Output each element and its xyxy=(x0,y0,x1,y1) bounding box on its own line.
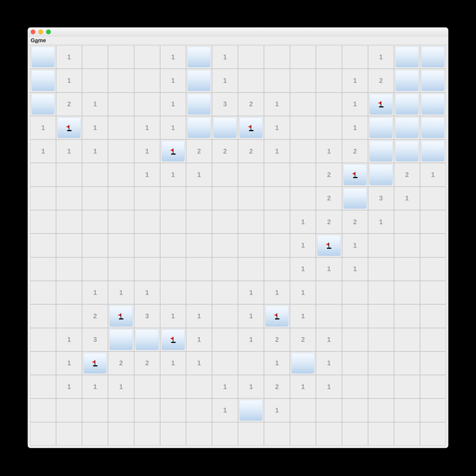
cell: 1 xyxy=(420,163,446,186)
cell[interactable] xyxy=(394,69,420,92)
cell xyxy=(238,69,264,92)
cell[interactable] xyxy=(368,163,394,186)
cell[interactable] xyxy=(394,139,420,163)
cell[interactable] xyxy=(316,234,342,257)
cell xyxy=(82,210,108,234)
cell[interactable] xyxy=(420,92,446,116)
cell-covered[interactable] xyxy=(187,70,211,91)
cell-flagged[interactable] xyxy=(265,306,289,326)
cell[interactable] xyxy=(30,92,56,116)
cell[interactable] xyxy=(108,328,134,351)
cell: 1 xyxy=(264,281,290,304)
cell-covered[interactable] xyxy=(369,141,393,162)
flag-icon xyxy=(92,360,98,366)
cell: 1 xyxy=(56,69,82,92)
cell[interactable] xyxy=(420,116,446,139)
cell: 1 xyxy=(368,45,394,69)
cell[interactable] xyxy=(420,139,446,163)
cell xyxy=(160,257,186,281)
zoom-icon[interactable] xyxy=(46,30,51,34)
cell-covered[interactable] xyxy=(395,141,419,162)
cell-covered[interactable] xyxy=(395,117,419,138)
cell: 1 xyxy=(134,116,160,139)
cell[interactable] xyxy=(108,304,134,328)
cell-covered[interactable] xyxy=(187,94,211,115)
cell[interactable] xyxy=(420,45,446,69)
cell-covered[interactable] xyxy=(395,47,419,67)
cell-number: 1 xyxy=(327,336,331,343)
cell-covered[interactable] xyxy=(31,47,55,67)
cell-covered[interactable] xyxy=(136,329,159,350)
cell[interactable] xyxy=(186,69,212,92)
cell[interactable] xyxy=(368,92,394,116)
cell-flagged[interactable] xyxy=(109,306,133,326)
cell-number: 1 xyxy=(353,242,357,249)
cell[interactable] xyxy=(342,163,368,186)
cell-flagged[interactable] xyxy=(343,164,367,185)
cell[interactable] xyxy=(238,116,264,139)
cell[interactable] xyxy=(290,351,316,375)
cell[interactable] xyxy=(160,328,186,351)
cell[interactable] xyxy=(394,116,420,139)
cell-number: 1 xyxy=(67,147,71,155)
cell-covered[interactable] xyxy=(31,94,55,115)
cell[interactable] xyxy=(160,139,186,163)
cell-covered[interactable] xyxy=(421,94,445,115)
cell[interactable] xyxy=(394,45,420,69)
cell[interactable] xyxy=(212,116,238,139)
cell[interactable] xyxy=(368,116,394,139)
cell[interactable] xyxy=(342,187,368,210)
cell[interactable] xyxy=(82,351,108,375)
cell-covered[interactable] xyxy=(343,188,367,209)
cell[interactable] xyxy=(134,328,160,351)
close-icon[interactable] xyxy=(31,30,35,34)
cell xyxy=(212,422,238,446)
cell[interactable] xyxy=(30,69,56,92)
cell-covered[interactable] xyxy=(395,70,419,91)
cell-covered[interactable] xyxy=(239,400,263,421)
cell-flagged[interactable] xyxy=(83,353,107,374)
cell-number: 1 xyxy=(171,312,175,320)
minimize-icon[interactable] xyxy=(38,30,43,34)
cell xyxy=(160,234,186,257)
cell[interactable] xyxy=(56,116,82,139)
cell: 1 xyxy=(264,116,290,139)
cell-flagged[interactable] xyxy=(317,235,340,256)
cell-covered[interactable] xyxy=(421,117,445,138)
cell[interactable] xyxy=(186,92,212,116)
cell[interactable] xyxy=(186,116,212,139)
cell-covered[interactable] xyxy=(213,117,237,138)
cell-flagged[interactable] xyxy=(369,94,393,115)
cell xyxy=(108,116,134,139)
cell[interactable] xyxy=(30,45,56,69)
cell-covered[interactable] xyxy=(31,70,55,91)
cell xyxy=(342,45,368,69)
cell-flagged[interactable] xyxy=(57,117,81,138)
menu-game[interactable]: Game xyxy=(31,37,46,44)
cell-flagged[interactable] xyxy=(162,141,185,162)
cell[interactable] xyxy=(394,92,420,116)
cell-covered[interactable] xyxy=(187,117,211,138)
cell-covered[interactable] xyxy=(291,353,314,374)
cell-covered[interactable] xyxy=(421,47,445,67)
cell-number: 1 xyxy=(171,100,175,108)
cell[interactable] xyxy=(264,304,290,328)
cell-flagged[interactable] xyxy=(162,329,185,350)
cell-covered[interactable] xyxy=(369,117,393,138)
cell: 1 xyxy=(264,398,290,422)
cell: 1 xyxy=(238,281,264,304)
cell-covered[interactable] xyxy=(187,47,211,67)
cell[interactable] xyxy=(186,45,212,69)
cell-covered[interactable] xyxy=(395,94,419,115)
cell-flagged[interactable] xyxy=(239,117,263,138)
cell: 1 xyxy=(212,69,238,92)
cell[interactable] xyxy=(420,69,446,92)
cell-covered[interactable] xyxy=(421,141,445,162)
cell: 1 xyxy=(212,45,238,69)
cell[interactable] xyxy=(368,139,394,163)
cell-covered[interactable] xyxy=(421,70,445,91)
cell[interactable] xyxy=(238,398,264,422)
cell: 2 xyxy=(316,187,342,210)
cell-covered[interactable] xyxy=(109,329,133,350)
cell-covered[interactable] xyxy=(369,164,393,185)
